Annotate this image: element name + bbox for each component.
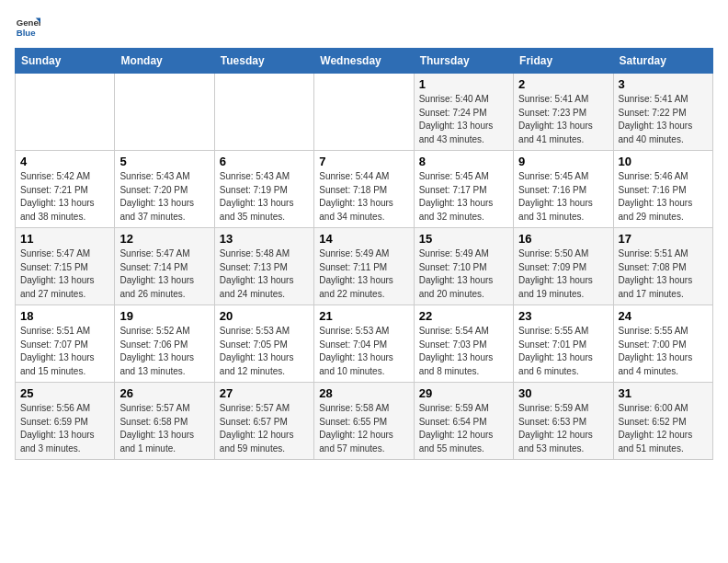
- calendar-cell: 5Sunrise: 5:43 AM Sunset: 7:20 PM Daylig…: [115, 151, 214, 228]
- day-number: 16: [518, 232, 608, 246]
- day-number: 1: [419, 77, 508, 91]
- calendar-cell: 14Sunrise: 5:49 AM Sunset: 7:11 PM Dayli…: [314, 228, 414, 305]
- day-header-monday: Monday: [115, 49, 214, 74]
- calendar-cell: [314, 74, 414, 151]
- calendar-cell: 29Sunrise: 5:59 AM Sunset: 6:54 PM Dayli…: [414, 383, 513, 460]
- cell-info: Sunrise: 5:44 AM Sunset: 7:18 PM Dayligh…: [319, 170, 408, 224]
- day-number: 26: [119, 386, 209, 400]
- day-number: 24: [619, 309, 708, 323]
- calendar-cell: 21Sunrise: 5:53 AM Sunset: 7:04 PM Dayli…: [314, 305, 414, 383]
- cell-info: Sunrise: 5:51 AM Sunset: 7:07 PM Dayligh…: [20, 325, 109, 378]
- day-number: 11: [20, 232, 109, 246]
- day-number: 22: [419, 309, 508, 323]
- cell-info: Sunrise: 5:43 AM Sunset: 7:19 PM Dayligh…: [220, 170, 309, 224]
- day-number: 8: [419, 155, 508, 168]
- day-header-tuesday: Tuesday: [214, 49, 313, 74]
- calendar-cell: 26Sunrise: 5:57 AM Sunset: 6:58 PM Dayli…: [115, 383, 214, 460]
- calendar-cell: 18Sunrise: 5:51 AM Sunset: 7:07 PM Dayli…: [16, 305, 115, 383]
- cell-info: Sunrise: 5:47 AM Sunset: 7:15 PM Dayligh…: [20, 247, 109, 301]
- cell-info: Sunrise: 5:57 AM Sunset: 6:57 PM Dayligh…: [220, 402, 309, 455]
- cell-info: Sunrise: 5:47 AM Sunset: 7:14 PM Dayligh…: [119, 247, 209, 301]
- day-number: 13: [220, 232, 309, 246]
- svg-text:Blue: Blue: [17, 28, 36, 38]
- logo: General Blue: [15, 15, 40, 40]
- day-number: 31: [619, 386, 708, 400]
- day-number: 12: [119, 232, 209, 246]
- calendar-cell: 19Sunrise: 5:52 AM Sunset: 7:06 PM Dayli…: [115, 305, 214, 383]
- calendar-week-row: 25Sunrise: 5:56 AM Sunset: 6:59 PM Dayli…: [16, 383, 713, 460]
- day-number: 2: [518, 77, 608, 91]
- day-header-friday: Friday: [514, 49, 613, 74]
- calendar-cell: 11Sunrise: 5:47 AM Sunset: 7:15 PM Dayli…: [16, 228, 115, 305]
- calendar-week-row: 4Sunrise: 5:42 AM Sunset: 7:21 PM Daylig…: [16, 151, 713, 228]
- calendar-week-row: 18Sunrise: 5:51 AM Sunset: 7:07 PM Dayli…: [16, 305, 713, 383]
- day-header-saturday: Saturday: [613, 49, 712, 74]
- day-number: 19: [119, 309, 209, 323]
- day-number: 3: [619, 77, 708, 91]
- header: General Blue: [15, 15, 713, 40]
- calendar-cell: 27Sunrise: 5:57 AM Sunset: 6:57 PM Dayli…: [214, 383, 313, 460]
- calendar-week-row: 11Sunrise: 5:47 AM Sunset: 7:15 PM Dayli…: [16, 228, 713, 305]
- cell-info: Sunrise: 5:53 AM Sunset: 7:05 PM Dayligh…: [220, 325, 309, 378]
- calendar-cell: 13Sunrise: 5:48 AM Sunset: 7:13 PM Dayli…: [214, 228, 313, 305]
- calendar-cell: 25Sunrise: 5:56 AM Sunset: 6:59 PM Dayli…: [16, 383, 115, 460]
- calendar-cell: 4Sunrise: 5:42 AM Sunset: 7:21 PM Daylig…: [16, 151, 115, 228]
- calendar-cell: [214, 74, 313, 151]
- logo-icon: General Blue: [15, 15, 40, 40]
- calendar-cell: 17Sunrise: 5:51 AM Sunset: 7:08 PM Dayli…: [613, 228, 712, 305]
- day-number: 17: [619, 232, 708, 246]
- day-number: 10: [619, 155, 708, 168]
- cell-info: Sunrise: 5:56 AM Sunset: 6:59 PM Dayligh…: [20, 402, 109, 455]
- calendar-cell: 31Sunrise: 6:00 AM Sunset: 6:52 PM Dayli…: [613, 383, 712, 460]
- day-number: 6: [220, 155, 309, 168]
- day-number: 15: [419, 232, 508, 246]
- calendar-cell: 10Sunrise: 5:46 AM Sunset: 7:16 PM Dayli…: [613, 151, 712, 228]
- cell-info: Sunrise: 5:49 AM Sunset: 7:11 PM Dayligh…: [319, 247, 408, 301]
- calendar-cell: 20Sunrise: 5:53 AM Sunset: 7:05 PM Dayli…: [214, 305, 313, 383]
- calendar-cell: 22Sunrise: 5:54 AM Sunset: 7:03 PM Dayli…: [414, 305, 513, 383]
- day-number: 30: [518, 386, 608, 400]
- calendar-cell: 28Sunrise: 5:58 AM Sunset: 6:55 PM Dayli…: [314, 383, 414, 460]
- calendar-cell: 8Sunrise: 5:45 AM Sunset: 7:17 PM Daylig…: [414, 151, 513, 228]
- cell-info: Sunrise: 5:41 AM Sunset: 7:22 PM Dayligh…: [619, 93, 708, 146]
- cell-info: Sunrise: 5:49 AM Sunset: 7:10 PM Dayligh…: [419, 247, 508, 301]
- calendar-cell: 2Sunrise: 5:41 AM Sunset: 7:23 PM Daylig…: [514, 74, 613, 151]
- cell-info: Sunrise: 5:58 AM Sunset: 6:55 PM Dayligh…: [319, 402, 408, 455]
- cell-info: Sunrise: 5:53 AM Sunset: 7:04 PM Dayligh…: [319, 325, 408, 378]
- svg-text:General: General: [17, 17, 40, 28]
- calendar-cell: 9Sunrise: 5:45 AM Sunset: 7:16 PM Daylig…: [514, 151, 613, 228]
- cell-info: Sunrise: 5:42 AM Sunset: 7:21 PM Dayligh…: [20, 170, 109, 224]
- calendar-cell: 15Sunrise: 5:49 AM Sunset: 7:10 PM Dayli…: [414, 228, 513, 305]
- day-header-sunday: Sunday: [16, 49, 115, 74]
- cell-info: Sunrise: 5:52 AM Sunset: 7:06 PM Dayligh…: [119, 325, 209, 378]
- cell-info: Sunrise: 5:41 AM Sunset: 7:23 PM Dayligh…: [518, 93, 608, 146]
- day-number: 14: [319, 232, 408, 246]
- cell-info: Sunrise: 5:59 AM Sunset: 6:54 PM Dayligh…: [419, 402, 508, 455]
- day-number: 18: [20, 309, 109, 323]
- day-number: 28: [319, 386, 408, 400]
- cell-info: Sunrise: 5:45 AM Sunset: 7:17 PM Dayligh…: [419, 170, 508, 224]
- calendar-cell: 1Sunrise: 5:40 AM Sunset: 7:24 PM Daylig…: [414, 74, 513, 151]
- cell-info: Sunrise: 5:43 AM Sunset: 7:20 PM Dayligh…: [119, 170, 209, 224]
- calendar-cell: [16, 74, 115, 151]
- calendar-cell: 7Sunrise: 5:44 AM Sunset: 7:18 PM Daylig…: [314, 151, 414, 228]
- calendar-cell: 3Sunrise: 5:41 AM Sunset: 7:22 PM Daylig…: [613, 74, 712, 151]
- calendar-cell: 16Sunrise: 5:50 AM Sunset: 7:09 PM Dayli…: [514, 228, 613, 305]
- calendar-cell: 12Sunrise: 5:47 AM Sunset: 7:14 PM Dayli…: [115, 228, 214, 305]
- day-number: 7: [319, 155, 408, 168]
- cell-info: Sunrise: 5:48 AM Sunset: 7:13 PM Dayligh…: [220, 247, 309, 301]
- calendar-cell: 24Sunrise: 5:55 AM Sunset: 7:00 PM Dayli…: [613, 305, 712, 383]
- cell-info: Sunrise: 5:59 AM Sunset: 6:53 PM Dayligh…: [518, 402, 608, 455]
- calendar-cell: 6Sunrise: 5:43 AM Sunset: 7:19 PM Daylig…: [214, 151, 313, 228]
- cell-info: Sunrise: 5:40 AM Sunset: 7:24 PM Dayligh…: [419, 93, 508, 146]
- calendar-cell: [115, 74, 214, 151]
- cell-info: Sunrise: 5:55 AM Sunset: 7:00 PM Dayligh…: [619, 325, 708, 378]
- cell-info: Sunrise: 5:50 AM Sunset: 7:09 PM Dayligh…: [518, 247, 608, 301]
- cell-info: Sunrise: 5:51 AM Sunset: 7:08 PM Dayligh…: [619, 247, 708, 301]
- calendar-body: 1Sunrise: 5:40 AM Sunset: 7:24 PM Daylig…: [16, 74, 713, 460]
- calendar-cell: 30Sunrise: 5:59 AM Sunset: 6:53 PM Dayli…: [514, 383, 613, 460]
- day-number: 20: [220, 309, 309, 323]
- day-header-wednesday: Wednesday: [314, 49, 414, 74]
- cell-info: Sunrise: 6:00 AM Sunset: 6:52 PM Dayligh…: [619, 402, 708, 455]
- cell-info: Sunrise: 5:55 AM Sunset: 7:01 PM Dayligh…: [518, 325, 608, 378]
